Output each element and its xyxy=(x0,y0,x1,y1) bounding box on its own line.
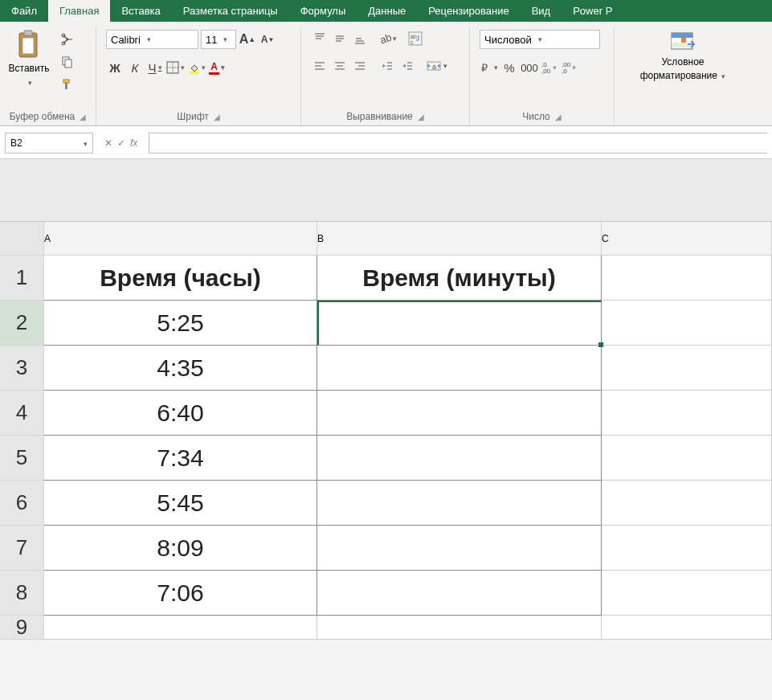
tab-file[interactable]: Файл xyxy=(0,0,48,22)
font-color-button[interactable]: А xyxy=(208,59,226,76)
increase-indent-icon xyxy=(401,59,414,72)
increase-indent-button[interactable] xyxy=(398,57,416,75)
underline-button[interactable]: Ч xyxy=(146,59,164,76)
cell-c3[interactable] xyxy=(602,346,772,391)
cancel-formula-icon[interactable]: ✕ xyxy=(104,137,112,149)
cell-a2[interactable]: 5:25 xyxy=(44,301,317,346)
wrap-text-button[interactable]: abc xyxy=(406,30,424,47)
number-format-dropdown[interactable]: Числовой xyxy=(480,30,600,49)
number-dialog-launcher-icon[interactable]: ◢ xyxy=(555,113,562,121)
cell-b6[interactable] xyxy=(317,481,602,526)
align-left-button[interactable] xyxy=(311,57,329,75)
cell-b4[interactable] xyxy=(317,391,602,436)
accounting-format-button[interactable]: ₽ xyxy=(480,59,498,76)
align-middle-button[interactable] xyxy=(331,30,349,47)
borders-icon xyxy=(166,61,179,74)
merge-center-button[interactable]: a xyxy=(426,57,447,75)
increase-decimal-button[interactable]: ,0,00 xyxy=(541,59,558,76)
row-header-5[interactable]: 5 xyxy=(0,436,44,481)
column-header-a[interactable]: A xyxy=(44,222,317,256)
paste-button[interactable]: Вставить xyxy=(5,27,53,88)
cell-b7[interactable] xyxy=(317,526,602,571)
tab-powerpivot[interactable]: Power P xyxy=(562,0,623,22)
cell-b2[interactable] xyxy=(317,301,602,346)
comma-format-button[interactable]: 000 xyxy=(521,59,538,76)
orientation-button[interactable]: ab xyxy=(378,30,397,47)
row-header-2[interactable]: 2 xyxy=(0,301,44,346)
tab-view[interactable]: Вид xyxy=(521,0,562,22)
row-header-1[interactable]: 1 xyxy=(0,256,44,301)
font-size-dropdown[interactable]: 11 xyxy=(201,30,236,49)
cell-a6[interactable]: 5:45 xyxy=(44,481,317,526)
decrease-font-button[interactable]: A▼ xyxy=(259,31,276,48)
decrease-indent-icon xyxy=(381,59,394,72)
row-header-3[interactable]: 3 xyxy=(0,346,44,391)
align-right-icon xyxy=(353,59,366,72)
row-header-6[interactable]: 6 xyxy=(0,481,44,526)
clipboard-dialog-launcher-icon[interactable]: ◢ xyxy=(80,113,86,121)
align-bottom-button[interactable] xyxy=(351,30,369,47)
tab-formulas[interactable]: Формулы xyxy=(289,0,357,22)
cut-button[interactable] xyxy=(58,30,77,49)
fx-icon[interactable]: fx xyxy=(130,137,137,149)
cell-c5[interactable] xyxy=(602,436,772,481)
tab-data[interactable]: Данные xyxy=(357,0,417,22)
cell-a7[interactable]: 8:09 xyxy=(44,526,317,571)
copy-button[interactable] xyxy=(58,52,77,72)
cell-c8[interactable] xyxy=(602,571,772,616)
cell-a4[interactable]: 6:40 xyxy=(44,391,317,436)
cell-b1[interactable]: Время (минуты) xyxy=(317,256,602,301)
tab-home[interactable]: Главная xyxy=(48,0,110,22)
cell-c9[interactable] xyxy=(602,616,772,640)
column-header-b[interactable]: B xyxy=(317,222,602,256)
tab-insert[interactable]: Вставка xyxy=(110,0,171,22)
name-box[interactable]: B2 xyxy=(5,133,93,154)
cell-a5[interactable]: 7:34 xyxy=(44,436,317,481)
row-header-9[interactable]: 9 xyxy=(0,616,44,640)
formula-input[interactable] xyxy=(149,133,767,154)
cell-a3[interactable]: 4:35 xyxy=(44,346,317,391)
align-right-button[interactable] xyxy=(351,57,369,75)
paint-bucket-icon xyxy=(187,61,200,74)
fill-color-button[interactable] xyxy=(187,59,206,76)
enter-formula-icon[interactable]: ✓ xyxy=(117,137,125,149)
cell-a1[interactable]: Время (часы) xyxy=(44,256,317,301)
italic-button[interactable]: К xyxy=(126,59,144,76)
cell-a9[interactable] xyxy=(44,616,317,640)
align-top-button[interactable] xyxy=(311,30,329,47)
cell-c1[interactable] xyxy=(602,256,772,301)
align-top-icon xyxy=(313,32,326,45)
decrease-decimal-icon: ,00,0 xyxy=(562,61,578,74)
select-all-corner[interactable] xyxy=(0,222,44,256)
borders-button[interactable] xyxy=(166,59,185,76)
column-header-c[interactable]: C xyxy=(602,222,772,256)
alignment-dialog-launcher-icon[interactable]: ◢ xyxy=(418,113,424,121)
row-header-4[interactable]: 4 xyxy=(0,391,44,436)
cell-c2[interactable] xyxy=(602,301,772,346)
bold-button[interactable]: Ж xyxy=(106,59,124,76)
font-name-dropdown[interactable]: Calibri xyxy=(106,30,198,49)
row-header-8[interactable]: 8 xyxy=(0,571,44,616)
tab-review[interactable]: Рецензирование xyxy=(417,0,520,22)
align-bottom-icon xyxy=(353,32,366,45)
cell-b8[interactable] xyxy=(317,571,602,616)
cell-c4[interactable] xyxy=(602,391,772,436)
cell-a8[interactable]: 7:06 xyxy=(44,571,317,616)
decrease-indent-button[interactable] xyxy=(378,57,396,75)
conditional-formatting-button[interactable]: Условное форматирование xyxy=(634,27,733,81)
align-center-button[interactable] xyxy=(331,57,349,75)
decrease-decimal-button[interactable]: ,00,0 xyxy=(561,59,578,76)
font-dialog-launcher-icon[interactable]: ◢ xyxy=(214,113,220,121)
group-alignment: ab abc a Выравнивание ◢ xyxy=(301,27,470,125)
cell-b3[interactable] xyxy=(317,346,602,391)
increase-font-button[interactable]: A▲ xyxy=(239,31,256,48)
name-box-dropdown-icon xyxy=(82,137,88,149)
cell-c6[interactable] xyxy=(602,481,772,526)
cell-c7[interactable] xyxy=(602,526,772,571)
tab-page-layout[interactable]: Разметка страницы xyxy=(172,0,289,22)
cell-b5[interactable] xyxy=(317,436,602,481)
cell-b9[interactable] xyxy=(317,616,602,640)
percent-format-button[interactable]: % xyxy=(500,59,518,76)
row-header-7[interactable]: 7 xyxy=(0,526,44,571)
format-painter-button[interactable] xyxy=(58,75,77,94)
